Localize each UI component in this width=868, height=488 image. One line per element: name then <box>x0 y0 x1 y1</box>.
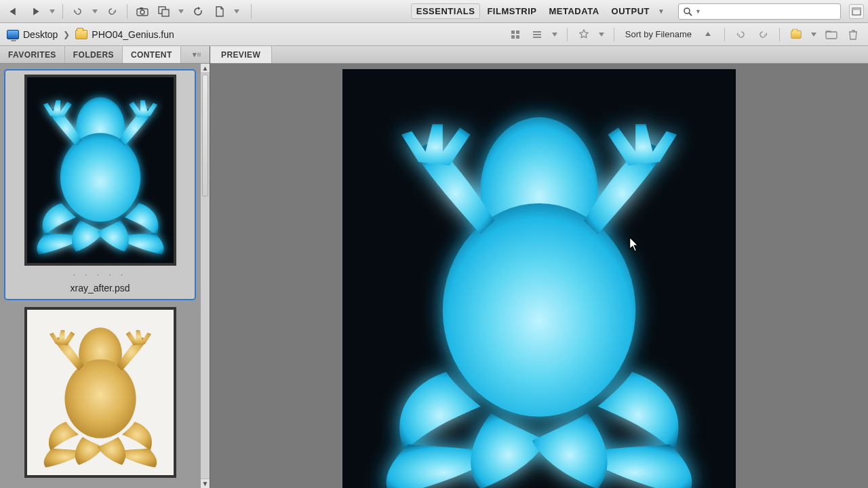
breadcrumb-root-label: Desktop <box>23 29 58 40</box>
panel-menu-icon[interactable]: ▾≡ <box>184 46 210 63</box>
separator <box>567 28 568 41</box>
compact-mode-button[interactable] <box>849 4 864 19</box>
rotate-ccw-button[interactable] <box>733 27 749 42</box>
new-file-icon[interactable] <box>210 3 229 20</box>
content-thumbnails: · · · · · xray_after.psd ▲ <box>0 64 210 488</box>
batch-dropdown[interactable] <box>176 3 186 20</box>
rating-dots[interactable]: · · · · · <box>73 271 127 279</box>
thumbnail-item[interactable] <box>4 307 196 478</box>
breadcrumb-folder-label: PHO04_Genius.fun <box>92 29 174 40</box>
breadcrumb-root[interactable]: Desktop <box>7 29 58 40</box>
content-panel: FAVORITES FOLDERS CONTENT ▾≡ · · · · · <box>0 46 210 488</box>
breadcrumb-folder[interactable]: PHO04_Genius.fun <box>75 29 174 40</box>
new-folder-button[interactable] <box>823 27 840 42</box>
separator <box>62 4 63 19</box>
preview-image <box>342 69 736 488</box>
nav-back-button[interactable] <box>4 3 23 20</box>
details-view-button[interactable] <box>529 27 545 42</box>
breadcrumb-separator-icon: ❯ <box>62 30 71 39</box>
separator <box>614 28 614 41</box>
search-field[interactable]: ▼ <box>678 3 841 20</box>
rotate-cw-button[interactable] <box>755 27 771 42</box>
workspace-more-dropdown[interactable]: ▼ <box>656 7 666 15</box>
search-icon <box>683 7 692 16</box>
nav-forward-button[interactable] <box>26 3 45 20</box>
thumbnail-grid-view-button[interactable] <box>507 27 524 42</box>
filter-rating-button[interactable] <box>576 27 592 42</box>
filter-dropdown[interactable] <box>597 27 606 42</box>
svg-rect-11 <box>511 30 515 34</box>
left-panel-tabs: FAVORITES FOLDERS CONTENT ▾≡ <box>0 46 210 64</box>
preview-canvas[interactable] <box>210 64 868 488</box>
separator <box>127 4 127 19</box>
svg-rect-15 <box>533 31 541 33</box>
preview-panel: PREVIEW <box>210 46 868 488</box>
thumbnail-image <box>24 75 176 266</box>
sort-direction-button[interactable] <box>700 27 716 42</box>
scroll-down-icon[interactable]: ▼ <box>201 479 210 488</box>
workspace-body: FAVORITES FOLDERS CONTENT ▾≡ · · · · · <box>0 46 868 488</box>
nav-history-dropdown[interactable] <box>47 3 57 20</box>
svg-rect-4 <box>140 7 143 9</box>
scroll-thumb[interactable] <box>202 75 208 197</box>
scroll-up-icon[interactable]: ▲ <box>201 64 210 73</box>
scrollbar[interactable]: ▲ ▼ <box>200 64 210 488</box>
thumbnail-image <box>24 307 176 478</box>
workspace-switcher: ESSENTIALS FILMSTRIP METADATA OUTPUT ▼ <box>411 3 666 19</box>
workspace-filmstrip[interactable]: FILMSTRIP <box>481 3 542 19</box>
svg-rect-18 <box>826 32 837 39</box>
undo-icon[interactable] <box>68 3 87 20</box>
new-file-dropdown[interactable] <box>232 3 241 20</box>
view-options: Sort by Filename <box>507 27 861 42</box>
xray-frog-icon <box>27 77 174 263</box>
gold-frog-icon <box>27 310 174 475</box>
thumbnail-item[interactable]: · · · · · xray_after.psd <box>4 69 196 300</box>
refresh-icon[interactable] <box>189 3 208 20</box>
workspace-metadata[interactable]: METADATA <box>544 3 605 19</box>
svg-rect-16 <box>533 34 541 35</box>
open-recent-button[interactable] <box>788 27 804 42</box>
search-options-caret[interactable]: ▼ <box>695 8 701 15</box>
svg-rect-14 <box>516 35 519 39</box>
svg-point-7 <box>684 8 690 14</box>
svg-rect-12 <box>516 30 519 34</box>
open-recent-dropdown[interactable] <box>810 27 818 42</box>
batch-rename-icon[interactable] <box>155 3 174 20</box>
folder-icon <box>75 30 87 39</box>
svg-rect-10 <box>852 8 861 10</box>
desktop-icon <box>7 30 19 39</box>
xray-frog-large-icon <box>342 69 736 488</box>
search-input[interactable] <box>704 7 836 16</box>
get-photos-icon[interactable] <box>133 3 152 20</box>
svg-rect-6 <box>162 9 169 16</box>
svg-line-8 <box>689 13 692 16</box>
separator <box>779 28 780 41</box>
view-dropdown[interactable] <box>551 27 559 42</box>
workspace-output[interactable]: OUTPUT <box>606 3 655 19</box>
sort-label[interactable]: Sort by Filename <box>625 29 692 39</box>
svg-rect-13 <box>511 35 515 39</box>
trash-button[interactable] <box>845 27 861 42</box>
app-root: ESSENTIALS FILMSTRIP METADATA OUTPUT ▼ ▼… <box>0 0 868 488</box>
separator <box>724 28 725 41</box>
thumbnail-filename: xray_after.psd <box>71 283 130 293</box>
tab-folders[interactable]: FOLDERS <box>65 46 123 63</box>
tab-content[interactable]: CONTENT <box>123 46 181 63</box>
main-toolbar: ESSENTIALS FILMSTRIP METADATA OUTPUT ▼ ▼ <box>0 0 868 23</box>
workspace-essentials[interactable]: ESSENTIALS <box>411 3 481 19</box>
separator <box>251 4 252 19</box>
preview-panel-tabs: PREVIEW <box>210 46 868 64</box>
redo-icon[interactable] <box>102 3 121 20</box>
tab-preview[interactable]: PREVIEW <box>210 46 272 63</box>
path-bar: Desktop ❯ PHO04_Genius.fun Sort by Filen… <box>0 23 868 46</box>
svg-point-3 <box>140 10 144 14</box>
tab-favorites[interactable]: FAVORITES <box>0 46 65 63</box>
undo-history-dropdown[interactable] <box>90 3 100 20</box>
svg-rect-17 <box>533 37 541 38</box>
